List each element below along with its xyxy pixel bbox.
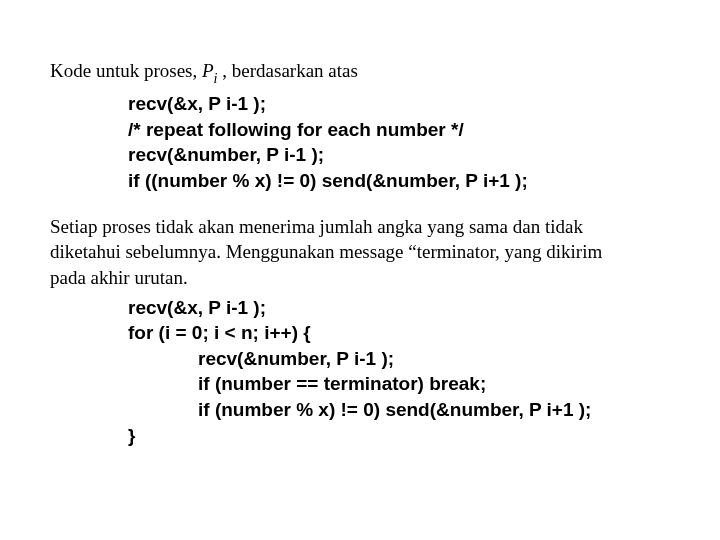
code-line: recv(&number, P i-1 ); <box>50 142 670 168</box>
symbol-i: i <box>214 70 218 86</box>
code-line: recv(&x, P i-1 ); <box>50 295 670 321</box>
code-line: /* repeat following for each number */ <box>50 117 670 143</box>
paragraph-2: Setiap proses tidak akan menerima jumlah… <box>50 214 670 291</box>
code-line: recv(&x, P i-1 ); <box>50 91 670 117</box>
code-line: for (i = 0; i < n; i++) { <box>50 320 670 346</box>
code-line: if (number == terminator) break; <box>50 371 670 397</box>
p1-pre: Kode untuk proses, <box>50 60 202 81</box>
code-block-2: recv(&x, P i-1 ); for (i = 0; i < n; i++… <box>50 295 670 449</box>
p2-line: pada akhir urutan. <box>50 265 670 291</box>
code-line: } <box>50 423 670 449</box>
p1-post: , berdasarkan atas <box>218 60 358 81</box>
paragraph-1: Kode untuk proses, Pi , berdasarkan atas <box>50 58 670 87</box>
p2-line: diketahui sebelumnya. Menggunakan messag… <box>50 239 670 265</box>
code-line: if ((number % x) != 0) send(&number, P i… <box>50 168 670 194</box>
code-line: if (number % x) != 0) send(&number, P i+… <box>50 397 670 423</box>
document-page: Kode untuk proses, Pi , berdasarkan atas… <box>0 0 720 468</box>
code-line: recv(&number, P i-1 ); <box>50 346 670 372</box>
code-block-1: recv(&x, P i-1 ); /* repeat following fo… <box>50 91 670 194</box>
p2-line: Setiap proses tidak akan menerima jumlah… <box>50 214 670 240</box>
symbol-p: P <box>202 60 214 81</box>
